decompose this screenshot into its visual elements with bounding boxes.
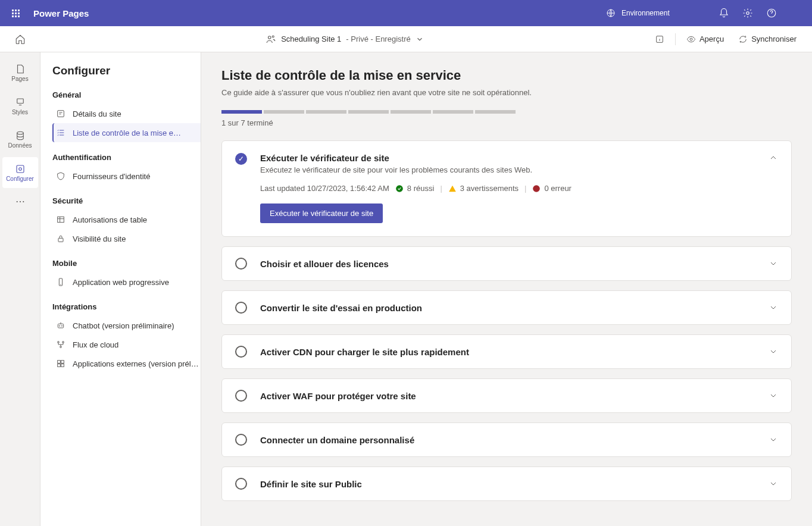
home-icon <box>15 34 26 45</box>
chevron-down-icon <box>769 479 778 489</box>
sidebar-item-chatbot[interactable]: Chatbot (version préliminaire) <box>52 316 201 335</box>
chevron-down-icon <box>769 435 778 444</box>
page-icon <box>15 64 26 74</box>
left-rail: Pages Styles Données Configurer ⋯ <box>0 52 40 526</box>
svg-rect-8 <box>17 165 24 173</box>
environment-picker[interactable]: Environnement <box>606 8 705 18</box>
rail-configure[interactable]: Configurer <box>2 157 38 188</box>
card-title: Connecter un domaine personnalisé <box>260 435 755 445</box>
chevron-down-icon <box>769 303 778 312</box>
svg-point-7 <box>17 132 23 134</box>
info-icon <box>655 35 664 44</box>
checklist-item-convert-production[interactable]: Convertir le site d'essai en production <box>221 290 792 325</box>
sidebar: Configurer Général Détails du site Liste… <box>40 52 201 526</box>
globe-icon <box>606 8 616 18</box>
help-button[interactable] <box>760 1 783 25</box>
svg-rect-11 <box>58 217 64 222</box>
svg-point-3 <box>268 36 271 39</box>
home-button[interactable] <box>0 26 40 52</box>
svg-point-19 <box>60 346 62 348</box>
card-title: Activer WAF pour protéger votre site <box>260 391 755 401</box>
sync-button[interactable]: Synchroniser <box>732 30 802 49</box>
sidebar-item-external-apps[interactable]: Applications externes (version prél… <box>52 354 201 373</box>
svg-rect-14 <box>58 324 63 328</box>
card-subtitle: Exécutez le vérificateur de site pour vo… <box>260 165 755 174</box>
svg-point-18 <box>63 342 64 343</box>
shield-icon <box>56 171 65 181</box>
chevron-down-icon <box>769 391 778 400</box>
svg-rect-12 <box>58 238 63 242</box>
bell-icon <box>719 8 729 18</box>
settings-button[interactable] <box>736 1 760 25</box>
sidebar-item-cloud-flows[interactable]: Flux de cloud <box>52 335 201 354</box>
chevron-down-icon <box>416 35 424 43</box>
site-name: Scheduling Site 1 <box>281 35 341 43</box>
group-general: Général <box>52 90 201 99</box>
checklist-item-waf[interactable]: Activer WAF pour protéger votre site <box>221 378 792 413</box>
progress-bar <box>221 110 792 114</box>
sidebar-title: Configurer <box>52 64 201 77</box>
group-auth: Authentification <box>52 153 201 162</box>
styles-icon <box>15 97 26 108</box>
svg-rect-21 <box>61 361 64 364</box>
help-icon <box>766 8 777 18</box>
preview-button[interactable]: Aperçu <box>680 30 730 49</box>
status-pending-icon <box>235 302 247 314</box>
details-icon <box>56 109 65 118</box>
sidebar-item-site-details[interactable]: Détails du site <box>52 104 201 123</box>
svg-rect-20 <box>58 361 61 364</box>
phone-icon <box>56 277 65 287</box>
status-pending-icon <box>235 478 247 490</box>
status-pending-icon <box>235 346 247 358</box>
run-site-checker-button[interactable]: Exécuter le vérificateur de site <box>260 203 383 223</box>
status-pending-icon <box>235 390 247 402</box>
configure-icon <box>15 164 26 174</box>
group-mobile: Mobile <box>52 259 201 268</box>
checklist-item-licenses[interactable]: Choisir et allouer des licences <box>221 246 792 281</box>
rail-styles[interactable]: Styles <box>2 90 38 121</box>
checklist-item-set-public[interactable]: Définir le site sur Public <box>221 466 792 501</box>
lock-icon <box>56 234 65 243</box>
group-integrations: Intégrations <box>52 302 201 311</box>
site-status: - Privé - Enregistré <box>346 35 410 43</box>
card-title: Choisir et allouer des licences <box>260 259 755 269</box>
bot-icon <box>56 321 65 330</box>
info-button[interactable] <box>649 30 670 49</box>
sidebar-item-checklist[interactable]: Liste de contrôle de la mise e… <box>52 123 201 142</box>
svg-rect-10 <box>58 111 64 117</box>
app-launcher[interactable] <box>5 2 26 24</box>
card-meta: Last updated 10/27/2023, 1:56:42 AM 8 ré… <box>260 184 755 193</box>
svg-point-17 <box>58 342 60 343</box>
svg-point-5 <box>690 38 692 40</box>
checklist-item-site-checker: ✓ Exécuter le vérificateur de site Exécu… <box>221 140 792 237</box>
grid-icon <box>56 359 65 368</box>
rail-pages[interactable]: Pages <box>2 57 38 88</box>
data-icon <box>15 130 26 141</box>
checklist-icon <box>56 128 65 137</box>
last-updated: Last updated 10/27/2023, 1:56:42 AM <box>260 184 389 193</box>
page-title: Liste de contrôle de la mise en service <box>221 68 792 83</box>
sidebar-item-table-permissions[interactable]: Autorisations de table <box>52 210 201 229</box>
site-picker[interactable]: Scheduling Site 1 - Privé - Enregistré <box>40 34 649 45</box>
svg-point-16 <box>61 325 62 326</box>
rail-data[interactable]: Données <box>2 124 38 155</box>
svg-point-15 <box>59 325 60 326</box>
sidebar-item-identity-providers[interactable]: Fournisseurs d'identité <box>52 167 201 186</box>
gear-icon <box>742 8 753 18</box>
notifications-button[interactable] <box>712 1 736 25</box>
chevron-down-icon <box>769 259 778 268</box>
sidebar-item-site-visibility[interactable]: Visibilité du site <box>52 229 201 248</box>
checklist-item-custom-domain[interactable]: Connecter un domaine personnalisé <box>221 422 792 457</box>
svg-rect-6 <box>17 99 23 104</box>
collapse-button[interactable] <box>769 153 778 162</box>
eye-icon <box>686 35 696 44</box>
rail-more[interactable]: ⋯ <box>2 189 38 213</box>
svg-point-24 <box>396 185 403 192</box>
user-avatar[interactable] <box>783 1 807 25</box>
card-title: Définir le site sur Public <box>260 479 755 489</box>
status-pending-icon <box>235 258 247 270</box>
group-security: Sécurité <box>52 196 201 205</box>
top-bar: Power Pages Environnement <box>0 0 812 26</box>
checklist-item-cdn[interactable]: Activer CDN pour charger le site plus ra… <box>221 334 792 369</box>
sidebar-item-pwa[interactable]: Application web progressive <box>52 273 201 292</box>
